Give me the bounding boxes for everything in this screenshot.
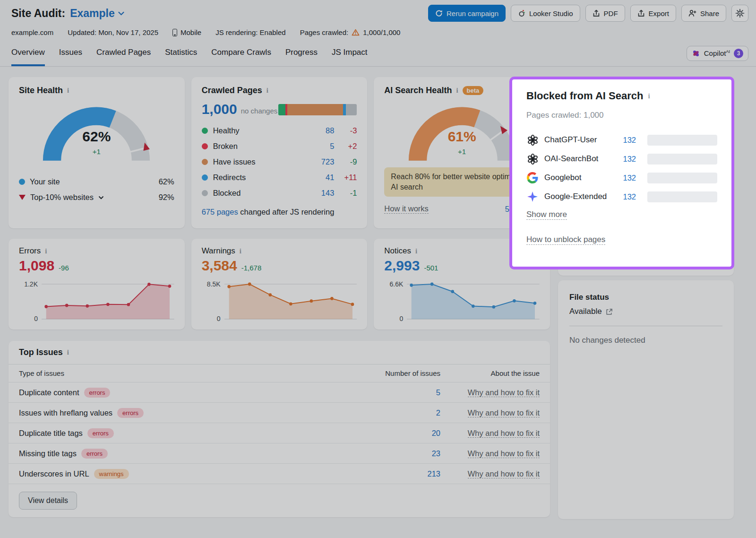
blocked-panel-pages-crawled: Pages crawled: 1,000 bbox=[526, 111, 717, 120]
google-extended-icon bbox=[527, 191, 538, 202]
blocked-bots-list: ChatGPT-User132OAI-SearchBot132Googlebot… bbox=[526, 130, 717, 206]
openai-icon bbox=[527, 134, 539, 146]
how-to-unblock-pages-link[interactable]: How to unblock pages bbox=[526, 235, 605, 245]
info-icon[interactable]: i bbox=[648, 92, 650, 100]
bot-blocked-count[interactable]: 132 bbox=[623, 192, 636, 201]
bot-blocked-count[interactable]: 132 bbox=[623, 174, 636, 182]
bot-blocked-bar bbox=[647, 135, 717, 146]
blocked-from-ai-search-panel: Blocked from AI Searchi Pages crawled: 1… bbox=[509, 77, 734, 269]
blocked-bot-row: Google-Extended132 bbox=[526, 187, 717, 206]
google-icon bbox=[527, 172, 538, 183]
openai-icon bbox=[527, 153, 539, 165]
blocked-panel-title: Blocked from AI Search bbox=[526, 90, 643, 102]
blocked-bot-row: OAI-SearchBot132 bbox=[526, 149, 717, 168]
bot-name: Google-Extended bbox=[544, 192, 607, 201]
show-more-link[interactable]: Show more bbox=[526, 210, 567, 220]
bot-name: ChatGPT-User bbox=[544, 135, 597, 145]
blocked-bot-row: ChatGPT-User132 bbox=[526, 130, 717, 149]
bot-name: Googlebot bbox=[544, 173, 581, 182]
bot-blocked-bar bbox=[647, 191, 717, 202]
site-audit-page: Site Audit: Example Rerun campaign Looke… bbox=[0, 0, 756, 538]
blocked-bot-row: Googlebot132 bbox=[526, 168, 717, 187]
bot-blocked-count[interactable]: 132 bbox=[623, 155, 636, 164]
bot-blocked-bar bbox=[647, 154, 717, 165]
bot-blocked-count[interactable]: 132 bbox=[623, 136, 636, 145]
bot-blocked-bar bbox=[647, 173, 717, 183]
bot-name: OAI-SearchBot bbox=[544, 154, 598, 164]
